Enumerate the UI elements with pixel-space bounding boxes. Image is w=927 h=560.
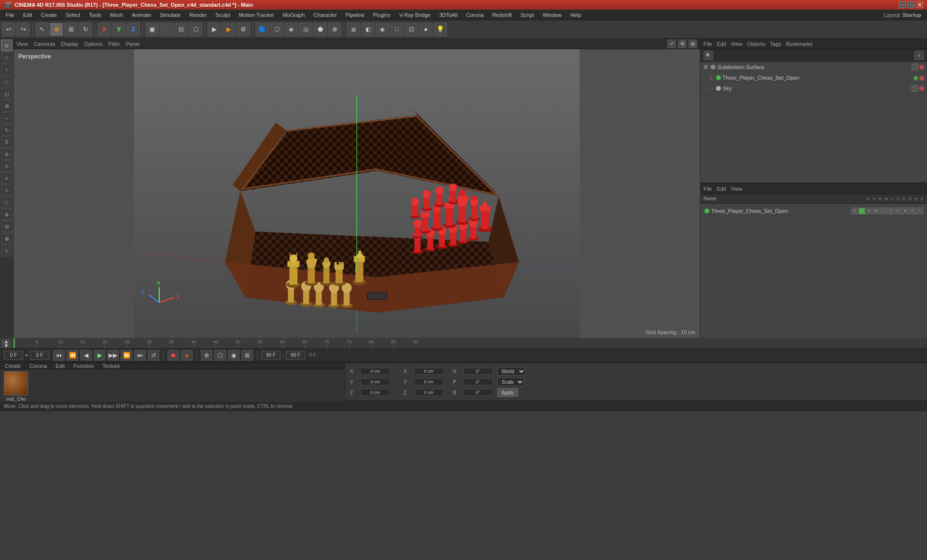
object-row-subdivision[interactable]: ⊞ Subdivision Surface (701, 62, 927, 72)
timeline-current-frame-input[interactable] (30, 351, 49, 360)
toolbar-snap[interactable]: 🔵 (255, 23, 269, 36)
material-swatch[interactable] (4, 371, 28, 395)
tool-select-rect[interactable]: □ (1, 52, 13, 63)
tool-select-circle[interactable]: ○ (1, 64, 13, 75)
menu-character[interactable]: Character (309, 11, 340, 19)
attr-icon-g[interactable]: G (895, 208, 901, 214)
toolbar-display-1[interactable]: ≣ (347, 23, 360, 36)
mat-tab-edit[interactable]: Edit (54, 363, 67, 369)
tool-scale[interactable]: ↔ (1, 112, 13, 124)
obj-menu-tags[interactable]: Tags (770, 41, 781, 47)
timeline-end-frame-input[interactable] (261, 351, 281, 360)
attr-icon-m[interactable]: M (873, 208, 880, 214)
playback-snap[interactable]: ⬡ (214, 350, 226, 361)
menu-script[interactable]: Script (517, 11, 538, 19)
attr-icon-l[interactable]: L (880, 208, 887, 214)
toolbar-select[interactable]: ↖ (35, 23, 49, 36)
timeline-max-frame-input[interactable] (286, 351, 305, 360)
mat-tab-function[interactable]: Function (71, 363, 96, 369)
tool-knife[interactable]: S (1, 136, 13, 148)
mat-tab-create[interactable]: Create (3, 363, 23, 369)
obj-menu-edit[interactable]: Edit (717, 41, 726, 47)
tool-select-poly[interactable]: ⬡ (1, 76, 13, 87)
menu-mograph[interactable]: MoGraph (279, 11, 309, 19)
attr-icon-x[interactable]: X (916, 208, 923, 214)
coord-world-dropdown[interactable]: World Object Local (497, 367, 526, 376)
menu-motion-tracker[interactable]: Motion Tracker (235, 11, 278, 19)
menu-3dto[interactable]: 3DToAll (435, 11, 462, 19)
object-row-sky[interactable]: ○ Sky (701, 83, 927, 94)
playback-prev-frame[interactable]: ◀ (80, 350, 92, 361)
menu-plugins[interactable]: Plugins (369, 11, 394, 19)
obj-menu-objects[interactable]: Objects (747, 41, 765, 47)
toolbar-point-mode[interactable]: · (160, 23, 173, 36)
toolbar-z-axis[interactable]: Z (126, 23, 140, 36)
menu-render[interactable]: Render (185, 11, 211, 19)
playback-motion[interactable]: ◉ (228, 350, 239, 361)
tool-move[interactable]: ⊕ (1, 40, 13, 51)
obj-menu-bookmarks[interactable]: Bookmarks (786, 41, 813, 47)
tool-brush[interactable]: ⬡ (1, 196, 13, 208)
coord-scale-dropdown[interactable]: Scale Size (497, 378, 524, 386)
viewport-menu-panel[interactable]: Panel (126, 41, 140, 47)
toolbar-object-mode[interactable]: ▣ (145, 23, 159, 36)
menu-pipeline[interactable]: Pipeline (342, 11, 368, 19)
menu-vray[interactable]: V-Ray Bridge (395, 11, 435, 19)
tool-bevel[interactable]: ≡ (1, 172, 13, 184)
obj-vis-green[interactable] (913, 76, 918, 81)
title-bar-controls[interactable]: ─ □ ✕ (899, 1, 923, 8)
menu-sculpt[interactable]: Sculpt (211, 11, 234, 19)
toolbar-edge-mode[interactable]: ⊟ (174, 23, 188, 36)
attr-icon-r[interactable]: R (866, 208, 872, 214)
toolbar-light[interactable]: ◎ (299, 23, 312, 36)
obj-vis-icon[interactable] (912, 64, 918, 70)
attr-menu-view[interactable]: View (731, 186, 743, 192)
toolbar-camera[interactable]: ◈ (284, 23, 298, 36)
tool-live-select[interactable]: ◱ (1, 88, 13, 99)
mat-tab-corona[interactable]: Corona (28, 363, 49, 369)
obj-menu-file[interactable]: File (703, 41, 712, 47)
menu-window[interactable]: Window (539, 11, 565, 19)
toolbar-display-6[interactable]: ● (419, 23, 433, 36)
viewport-layout[interactable]: ⊞ (688, 40, 697, 48)
obj-menu-view[interactable]: View (731, 41, 743, 47)
toolbar-display-3[interactable]: ◈ (376, 23, 389, 36)
toolbar-y-axis[interactable]: Y (112, 23, 126, 36)
attr-menu-edit[interactable]: Edit (717, 186, 726, 192)
maximize-button[interactable]: □ (908, 1, 914, 8)
toolbar-move[interactable]: ⊕ (50, 23, 63, 36)
toolbar-rotate[interactable]: ↻ (79, 23, 92, 36)
toolbar-poly-mode[interactable]: ⬡ (189, 23, 202, 36)
toolbar-render-region[interactable]: ▶ (208, 23, 221, 36)
coord-b-input[interactable] (464, 389, 492, 396)
menu-help[interactable]: Help (566, 11, 585, 19)
material-swatch-container[interactable]: mat_Che (4, 371, 28, 402)
tool-rotate[interactable]: ↻ (1, 124, 13, 136)
tool-extrude[interactable]: ⊙ (1, 160, 13, 172)
viewport[interactable]: X Y Z Perspective Grid Spacing : 10 cm (14, 49, 700, 338)
menu-select[interactable]: Select (62, 11, 84, 19)
menu-animate[interactable]: Animate (128, 11, 155, 19)
attr-menu-file[interactable]: File (703, 186, 712, 192)
minimize-button[interactable]: ─ (899, 1, 906, 8)
tool-spline[interactable]: ∿ (1, 245, 13, 256)
menu-corona[interactable]: Corona (463, 11, 488, 19)
tool-magnet[interactable]: ∿ (1, 184, 13, 196)
tool-loop-select[interactable]: ⊞ (1, 100, 13, 112)
viewport-menu-filter[interactable]: Filter (108, 41, 120, 47)
playback-go-end[interactable]: ⏭ (134, 350, 146, 361)
coord-x2-input[interactable] (414, 368, 443, 375)
obj-search-icon[interactable]: 🔍 (703, 51, 713, 60)
playback-next-frame[interactable]: ▶▶ (107, 350, 119, 361)
obj-lock-red[interactable] (919, 76, 924, 81)
viewport-menu-options[interactable]: Options (84, 41, 102, 47)
viewport-menu-display[interactable]: Display (61, 41, 78, 47)
toolbar-scale[interactable]: ⊞ (64, 23, 78, 36)
attr-icon-e[interactable]: E (909, 208, 916, 214)
coord-y2-input[interactable] (414, 378, 443, 385)
toolbar-deformer[interactable]: ⬟ (313, 23, 327, 36)
apply-button[interactable]: Apply (497, 388, 518, 397)
attr-icon-s[interactable]: S (851, 208, 858, 214)
menu-edit[interactable]: Edit (19, 11, 36, 19)
tool-array[interactable]: ⊟ (1, 221, 13, 232)
